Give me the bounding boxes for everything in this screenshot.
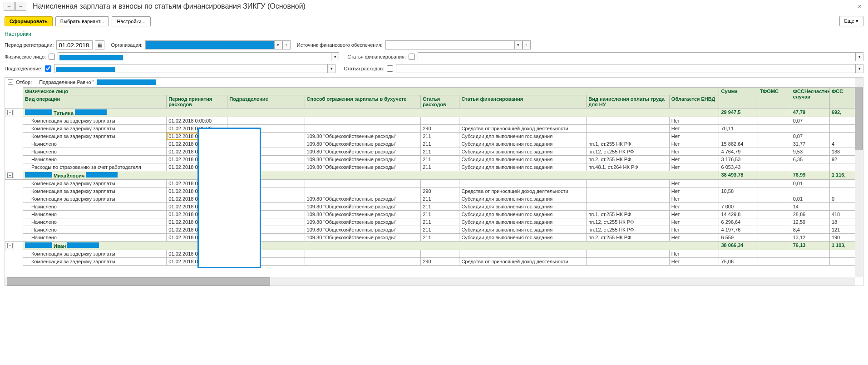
org-label: Организация: [111, 42, 142, 48]
dept-overlay [197, 128, 261, 268]
table-row[interactable]: Компенсация за задержку зарплаты 01.02.2… [5, 117, 863, 125]
exp-article-label: Статья расходов: [344, 66, 384, 71]
th-op: Вид операции [23, 95, 166, 109]
table-row[interactable]: Компенсация за задержку зарплаты 01.02.2… [5, 258, 863, 266]
collapse-all-icon[interactable]: − [8, 79, 13, 85]
filter-info-text: Подразделение Равно " [39, 79, 94, 85]
back-button[interactable]: ← [4, 2, 15, 11]
source-label: Источник финансового обеспечения: [297, 42, 383, 48]
exp-article-checkbox[interactable] [387, 65, 393, 72]
person-redacted [59, 55, 123, 60]
person-dropdown-icon[interactable]: ▾ [331, 52, 339, 61]
th-exp: Статья расходов [421, 95, 459, 109]
scrollbar-vertical[interactable] [855, 78, 863, 277]
table-row[interactable]: Начислено 01.02.2018 0:00:00 109.80 "Общ… [5, 226, 863, 234]
choose-variant-button[interactable]: Выбрать вариант... [55, 16, 109, 26]
group-row[interactable]: − Иван 38 066,3476,131 103, [5, 242, 863, 250]
table-row[interactable]: Расходы по страхованию за счет работодат… [5, 163, 863, 171]
fin-article-input[interactable] [418, 52, 855, 61]
th-person: Физическое лицо [23, 88, 719, 95]
dept-checkbox[interactable] [45, 65, 51, 72]
th-sum: Сумма [719, 88, 758, 109]
settings-header: Настройки [0, 29, 868, 39]
table-row[interactable]: Компенсация за задержку зарплаты 01.02.2… [5, 195, 863, 203]
period-reg-input[interactable] [56, 40, 93, 49]
generate-button[interactable]: Сформировать [5, 16, 53, 26]
source-input[interactable] [385, 40, 514, 49]
th-accr: Вид начисления оплаты труда для НУ [587, 95, 670, 109]
more-button[interactable]: Еще ▾ [839, 16, 863, 26]
person-label: Физическое лицо: [5, 54, 46, 59]
th-tfoms: ТФОМС [758, 88, 791, 109]
forward-button[interactable]: → [15, 2, 26, 11]
table-row[interactable]: Начислено 01.02.2018 0:00:00 109.80 "Общ… [5, 140, 863, 148]
scrollbar-horizontal[interactable] [5, 277, 855, 286]
calendar-icon[interactable]: ▦ [95, 40, 104, 49]
org-input[interactable] [145, 40, 274, 49]
dept-label: Подразделение: [5, 66, 42, 71]
table-row[interactable]: Компенсация за задержку зарплаты 01.02.2… [5, 133, 863, 140]
th-fin: Статья финансирования [459, 95, 587, 109]
period-reg-label: Период регистрации: [5, 42, 54, 48]
report-area[interactable]: − Отбор: Подразделение Равно " Физическо… [5, 77, 863, 286]
table-row[interactable]: Компенсация за задержку зарплаты 01.02.2… [5, 125, 863, 133]
th-dept: Подразделение [227, 95, 305, 109]
settings-button[interactable]: Настройки... [112, 16, 150, 26]
person-checkbox[interactable] [49, 54, 55, 60]
fin-article-label: Статья финансирования: [347, 54, 406, 59]
group-row[interactable]: − Михайлович 38 493,7876,991 116, [5, 171, 863, 180]
table-row[interactable]: Начислено 01.02.2018 0:00:00 109.80 "Общ… [5, 234, 863, 242]
source-open-icon[interactable]: ▫ [523, 40, 531, 49]
close-button[interactable]: × [855, 3, 864, 10]
exp-article-input[interactable] [396, 64, 855, 73]
table-row[interactable]: Начислено 01.02.2018 0:00:00 109.80 "Общ… [5, 218, 863, 226]
filter-info-label: Отбор: [16, 79, 32, 85]
fin-article-dropdown-icon[interactable]: ▾ [855, 52, 863, 61]
table-row[interactable]: Компенсация за задержку зарплаты 01.02.2… [5, 250, 863, 258]
org-dropdown-icon[interactable]: ▾ [274, 40, 282, 49]
report-table: Физическое лицо Сумма ТФОМС ФССНесчастны… [5, 87, 863, 266]
org-open-icon[interactable]: ▫ [282, 40, 291, 49]
group-row[interactable]: − Татьяна 29 947,547,79692, [5, 109, 863, 117]
dept-dropdown-icon[interactable]: ▾ [327, 64, 335, 73]
table-row[interactable]: Компенсация за задержку зарплаты 01.02.2… [5, 187, 863, 195]
source-dropdown-icon[interactable]: ▾ [514, 40, 523, 49]
table-row[interactable]: Начислено 01.02.2018 0:00:00 109.80 "Общ… [5, 148, 863, 156]
table-row[interactable]: Компенсация за задержку зарплаты 01.02.2… [5, 180, 863, 187]
window-title: Начисленная зарплата и взносы по статьям… [33, 2, 306, 10]
th-envd: Облагается ЕНВД [669, 95, 719, 109]
th-method: Способ отражения зарплаты в бухучете [305, 95, 421, 109]
fin-article-checkbox[interactable] [409, 54, 415, 60]
table-row[interactable]: Начислено 01.02.2018 0:00:00 109.80 "Общ… [5, 203, 863, 211]
dept-redacted [56, 67, 115, 72]
th-period: Период принятия расходов [167, 95, 227, 109]
th-fssns: ФССНесчастные случаи [791, 88, 829, 109]
table-row[interactable]: Начислено 01.02.2018 0:00:00 109.80 "Общ… [5, 211, 863, 218]
filter-redacted [97, 79, 156, 85]
table-row[interactable]: Начислено 01.02.2018 0:00:00 109.80 "Общ… [5, 156, 863, 163]
exp-article-dropdown-icon[interactable]: ▾ [855, 64, 863, 73]
